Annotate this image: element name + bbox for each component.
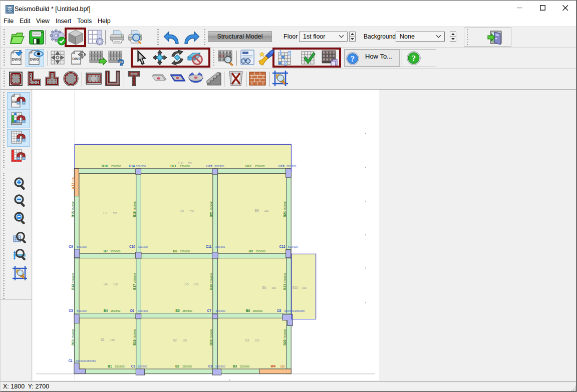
- svg-text:C2: C2: [131, 364, 136, 368]
- svg-text:250/600: 250/600: [253, 309, 263, 312]
- svg-text:B4: B4: [104, 309, 108, 312]
- svg-text:150: 150: [302, 286, 307, 289]
- svg-text:B24 250/600: B24 250/600: [283, 201, 286, 217]
- svg-text:150: 150: [110, 338, 115, 341]
- svg-text:250/600: 250/600: [240, 365, 250, 368]
- svg-text:W4: W4: [270, 364, 275, 368]
- svg-text:300/300: 300/300: [138, 309, 148, 312]
- svg-text:B7: B7: [104, 249, 108, 253]
- svg-text:C1: C1: [68, 359, 73, 362]
- svg-text:B18 250/600: B18 250/600: [133, 201, 136, 217]
- svg-text:DWG: DWG: [12, 57, 21, 62]
- svg-text:300/300: 300/300: [214, 165, 224, 168]
- svg-text:150: 150: [264, 209, 269, 212]
- svg-text:250/600: 250/600: [111, 165, 121, 168]
- svg-text:B14 250/600: B14 250/600: [71, 273, 75, 290]
- svg-text:B15 250/600: B15 250/600: [71, 201, 75, 217]
- svg-text:300/300: 300/300: [138, 245, 148, 248]
- svg-text:300/300: 300/300: [136, 165, 146, 168]
- svg-text:S5: S5: [184, 282, 188, 286]
- svg-text:B17 250/600: B17 250/600: [133, 273, 136, 290]
- svg-text:250/600: 250/600: [180, 250, 190, 253]
- svg-text:B22 250/600: B22 250/600: [283, 329, 286, 345]
- svg-text:B21 250/600: B21 250/600: [209, 201, 213, 217]
- svg-text:B1: B1: [108, 364, 112, 368]
- svg-text:S2: S2: [173, 338, 177, 342]
- svg-text:500/300: 500/300: [286, 165, 297, 168]
- svg-text:C5: C5: [69, 309, 73, 312]
- svg-text:600/600/250/250: 600/600/250/250: [76, 359, 96, 362]
- svg-text:B20 250/600: B20 250/600: [209, 273, 213, 290]
- svg-text:500/300: 500/300: [138, 365, 148, 368]
- svg-text:B10: B10: [102, 164, 108, 168]
- svg-text:B8: B8: [173, 249, 178, 253]
- svg-text:?: ?: [412, 54, 416, 63]
- svg-text:250/600: 250/600: [115, 365, 125, 368]
- svg-text:500/300: 500/300: [77, 245, 87, 248]
- svg-text:S8: S8: [180, 209, 184, 213]
- svg-text:250/600: 250/600: [255, 165, 265, 168]
- svg-text:1: 1: [278, 50, 282, 57]
- svg-text:150: 150: [113, 283, 118, 286]
- svg-text:B16 250/600: B16 250/600: [133, 329, 136, 345]
- svg-text:S9: S9: [255, 209, 259, 212]
- svg-text:B5: B5: [175, 309, 180, 312]
- svg-text:B9: B9: [249, 249, 253, 253]
- svg-text:250/600: 250/600: [111, 309, 121, 312]
- svg-text:S7: S7: [103, 211, 107, 215]
- svg-text:500/300: 500/300: [77, 309, 87, 312]
- svg-text:150: 150: [254, 339, 259, 342]
- svg-text:250/600: 250/600: [182, 365, 192, 368]
- svg-text:B11: B11: [170, 164, 176, 168]
- svg-text:500/300: 500/300: [215, 365, 225, 368]
- svg-text:DWG: DWG: [30, 57, 39, 62]
- svg-text:C6: C6: [130, 309, 134, 312]
- svg-text:300/300: 300/300: [215, 245, 225, 248]
- svg-text:3: 3: [287, 50, 292, 57]
- svg-text:250/600: 250/600: [180, 165, 190, 168]
- svg-text:150: 150: [182, 339, 187, 342]
- svg-text:W13 250: W13 250: [71, 177, 75, 189]
- svg-text:500/300: 500/300: [288, 245, 298, 248]
- svg-text:C16: C16: [278, 164, 284, 168]
- svg-text:B23 250/600: B23 250/600: [283, 273, 286, 290]
- svg-text:B12: B12: [245, 164, 251, 168]
- svg-text:S4: S4: [104, 282, 108, 286]
- svg-text:B3: B3: [233, 364, 237, 368]
- svg-text:C14: C14: [129, 164, 135, 168]
- svg-text:C12: C12: [279, 245, 285, 248]
- svg-text:S1: S1: [101, 338, 105, 341]
- svg-text:C15: C15: [206, 164, 212, 168]
- svg-text:150: 150: [113, 212, 117, 215]
- svg-text:250: 250: [280, 365, 284, 368]
- svg-text:S11: S11: [178, 161, 184, 165]
- svg-text:B19 250/600: B19 250/600: [209, 329, 213, 345]
- svg-text:C7: C7: [207, 309, 212, 312]
- svg-text:150: 150: [194, 283, 198, 286]
- svg-text:C8: C8: [277, 309, 281, 312]
- svg-text:250/600: 250/600: [256, 250, 265, 253]
- svg-text:150: 150: [188, 162, 192, 165]
- svg-text:250/600: 250/600: [182, 309, 192, 312]
- svg-text:C9: C9: [69, 245, 73, 248]
- svg-text:150: 150: [271, 286, 276, 289]
- svg-text:S10: S10: [293, 286, 299, 289]
- svg-text:S6: S6: [262, 286, 266, 289]
- svg-text:300/300: 300/300: [215, 309, 225, 312]
- svg-text:C11: C11: [206, 245, 212, 248]
- svg-text:600/600/250/250: 600/600/250/250: [284, 309, 305, 312]
- svg-text:?: ?: [351, 55, 355, 63]
- svg-text:C3: C3: [208, 364, 213, 368]
- svg-text:2: 2: [283, 59, 287, 66]
- svg-text:DWG: DWG: [72, 57, 81, 61]
- svg-text:B6: B6: [246, 309, 250, 312]
- svg-text:S3: S3: [245, 338, 249, 342]
- svg-text:150: 150: [189, 210, 194, 213]
- svg-text:B2: B2: [175, 364, 180, 368]
- svg-text:250/600: 250/600: [111, 250, 121, 253]
- svg-text:C10: C10: [129, 245, 135, 248]
- svg-text:B13 250/600: B13 250/600: [71, 329, 75, 345]
